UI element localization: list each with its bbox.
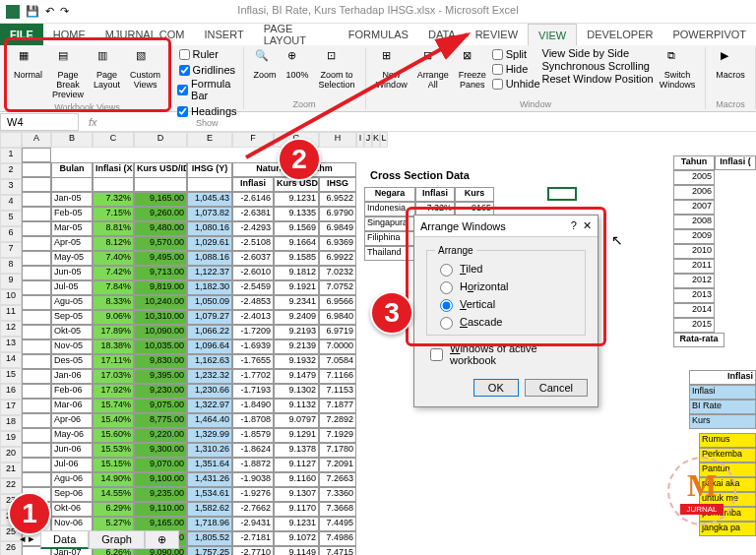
macros-button[interactable]: ▶Macros (712, 47, 749, 83)
opt-vertical[interactable]: Vertical (435, 295, 577, 313)
tab-formulas[interactable]: FORMULAS (339, 24, 418, 45)
zoomsel-button[interactable]: ⊡Zoom to Selection (315, 47, 359, 92)
group-zoom: Zoom (293, 99, 316, 109)
tab-view[interactable]: VIEW (528, 24, 577, 45)
hdr-rata: Rata-rata (673, 333, 724, 347)
annotation-3: 3 (370, 291, 413, 335)
tab-pagelayout[interactable]: PAGE LAYOUT (254, 24, 339, 45)
cs-h-inf: Inflasi (415, 187, 455, 202)
mjurnal-logo: M JURNAL (667, 457, 736, 525)
arrange-windows-dialog: Arrange Windows ? ✕ Arrange TTilediled H… (413, 215, 598, 407)
freezepanes-button[interactable]: ⊠Freeze Panes (455, 47, 490, 92)
viewsidebyside-button[interactable]: View Side by Side (542, 47, 654, 59)
normal-view-button[interactable]: ▦Normal (10, 47, 46, 83)
pagelayout-button[interactable]: ▥Page Layout (90, 47, 124, 92)
table-row[interactable]: Jan-0617.03%9,395.001,232.32-1.77029.147… (22, 369, 756, 384)
year-row[interactable]: 2012 (673, 274, 756, 288)
hide-checkbox[interactable]: Hide (492, 62, 540, 76)
table-row[interactable]: Mar-0615.74%9,075.001,322.97-1.84909.113… (22, 399, 756, 413)
table-row[interactable]: Jun-0615.53%9,300.001,310.26-1.86249.137… (22, 443, 756, 458)
chk-active-workbook[interactable]: Windows of active workbook (426, 341, 586, 367)
cross-section-title: Cross Section Data (370, 169, 470, 181)
year-row[interactable]: 2011 (673, 259, 756, 274)
redo-icon[interactable]: ↷ (60, 5, 69, 18)
year-row[interactable]: 2008 (673, 215, 756, 229)
ok-button[interactable]: OK (473, 379, 519, 397)
year-row[interactable]: 2010 (673, 244, 756, 259)
zoom100-button[interactable]: ⊕100% (283, 47, 313, 83)
tab-review[interactable]: REVIEW (466, 24, 528, 45)
cs-h-neg: Negara (364, 187, 415, 202)
window-title: Inflasi, BI Rate, Kurs Terhadap IHSG.xls… (237, 4, 518, 16)
pagebreak-button[interactable]: ▤Page Break Preview (48, 47, 88, 102)
tab-powerpivot[interactable]: POWERPIVOT (662, 24, 756, 45)
infl-r0: Inflasi (689, 385, 756, 400)
annotation-1: 1 (8, 492, 51, 535)
inflasi-box: Inflasi Inflasi BI Rate Kurs (689, 370, 756, 429)
table-row[interactable]: May-0615.60%9,220.001,329.99-1.85799.129… (22, 428, 756, 443)
tab-developer[interactable]: DEVELOPER (577, 24, 662, 45)
group-workbook-views: Workbook Views (54, 102, 120, 112)
hdr-nat-ihsg: IHSG (319, 177, 356, 192)
dialog-help-button[interactable]: ? (571, 219, 577, 231)
infl-h: Inflasi (689, 370, 756, 385)
formula-bar-row: W4 fx (0, 112, 756, 132)
table-row[interactable]: Jul-0615.15%9,070.001,351.64-1.88729.112… (22, 458, 756, 472)
ruler-checkbox[interactable]: Ruler (179, 47, 219, 61)
tab-mjurnal[interactable]: MJURNAL.COM (95, 24, 195, 45)
year-row[interactable]: 2006 (673, 185, 756, 200)
table-row[interactable]: Jun-057.42%9,713.001,122.37-2.60109.1812… (22, 266, 756, 280)
cancel-button[interactable]: Cancel (525, 379, 588, 397)
year-row[interactable]: 2015 (673, 318, 756, 333)
tab-file[interactable]: FILE (0, 24, 43, 45)
sheet-data[interactable]: Data (40, 530, 89, 549)
col-headers: ABCDE FGHIJKL (22, 132, 756, 148)
dialog-title: Arrange Windows (420, 220, 506, 232)
formula-bar[interactable]: fx (79, 116, 756, 128)
table-row[interactable]: Feb-0617.92%9,230.001,230.66-1.71939.130… (22, 384, 756, 399)
arrange-group: Arrange TTilediled Horizontal Vertical C… (426, 245, 586, 336)
split-checkbox[interactable]: Split (492, 47, 540, 61)
year-row[interactable]: 2009 (673, 229, 756, 244)
sheet-new[interactable]: ⊕ (145, 530, 179, 549)
annotation-2: 2 (278, 138, 321, 181)
excel-icon (6, 5, 20, 19)
arrangeall-button[interactable]: ⊟Arrange All (413, 47, 453, 92)
dialog-close-button[interactable]: ✕ (583, 219, 592, 231)
tab-data[interactable]: DATA (418, 24, 466, 45)
name-box[interactable]: W4 (0, 113, 79, 131)
newwindow-button[interactable]: ⊞New Window (372, 47, 411, 92)
table-row[interactable]: Agu-0614.90%9,100.001,431.26-1.90389.116… (22, 472, 756, 487)
table-row[interactable]: Nov-065.27%9,165.001,718.96-2.94319.1231… (22, 517, 756, 531)
table-row[interactable]: Apr-0615.40%8,775.001,464.40-1.87089.079… (22, 413, 756, 428)
unhide-checkbox[interactable]: Unhide (492, 77, 540, 91)
year-row[interactable]: 2005 (673, 170, 756, 185)
svg-rect-0 (6, 5, 20, 19)
table-row[interactable]: Okt-066.29%9,110.001,582.62-2.76629.1170… (22, 502, 756, 517)
switchwindows-button[interactable]: ⧉Switch Windows (656, 47, 700, 92)
hdr-tahun: Tahun (673, 155, 715, 170)
table-row[interactable]: Sep-0614.55%9,235.001,534.61-1.92769.130… (22, 487, 756, 502)
save-icon[interactable]: 💾 (26, 5, 39, 18)
year-row[interactable]: 2013 (673, 288, 756, 303)
opt-tiled[interactable]: TTilediled (435, 260, 577, 278)
syncscroll-button[interactable]: Synchronous Scrolling (542, 60, 654, 72)
customviews-button[interactable]: ▧Custom Views (126, 47, 164, 92)
tab-insert[interactable]: INSERT (195, 24, 254, 45)
opt-cascade[interactable]: Cascade (435, 313, 577, 331)
arrange-legend: Arrange (435, 245, 476, 256)
undo-icon[interactable]: ↶ (45, 5, 54, 18)
table-row[interactable]: Des-0517.11%9,830.001,162.63-1.76559.193… (22, 354, 756, 369)
year-row[interactable]: 2014 (673, 303, 756, 318)
zoom-button[interactable]: 🔍Zoom (250, 47, 281, 83)
tab-home[interactable]: HOME (43, 24, 95, 45)
year-row[interactable]: 2007 (673, 200, 756, 215)
gridlines-checkbox[interactable]: Gridlines (179, 63, 235, 77)
resetpos-button[interactable]: Reset Window Position (542, 73, 654, 85)
table-row[interactable]: Nov-0518.38%10,035.001,096.64-1.69399.21… (22, 339, 756, 354)
sheet-graph[interactable]: Graph (89, 530, 145, 549)
right-panel: TahunInflasi ( 2005200620072008200920102… (673, 155, 756, 347)
formulabar-checkbox[interactable]: Formula Bar (177, 77, 236, 102)
opt-horizontal[interactable]: Horizontal (435, 278, 577, 295)
infl-r1: BI Rate (689, 400, 756, 414)
